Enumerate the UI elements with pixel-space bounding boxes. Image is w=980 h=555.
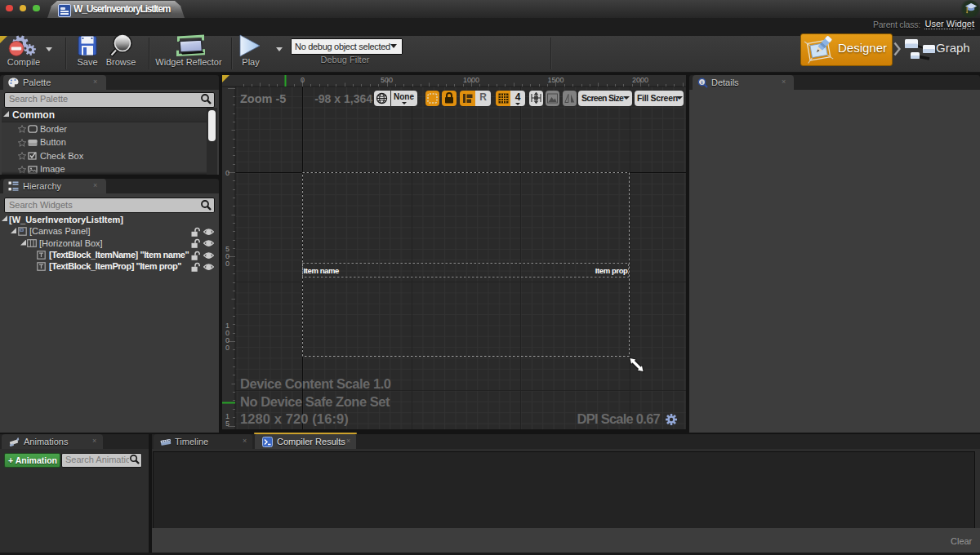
svg-text:0: 0 [301, 76, 305, 84]
svg-text:1500: 1500 [547, 76, 564, 84]
svg-text:5: 5 [225, 420, 229, 428]
svg-text:0: 0 [225, 260, 229, 268]
svg-text:i: i [702, 79, 703, 85]
svg-text:2000: 2000 [632, 76, 648, 84]
svg-text:1000: 1000 [463, 76, 479, 84]
svg-text:0: 0 [225, 344, 229, 352]
svg-text:500: 500 [381, 76, 393, 84]
svg-text:0: 0 [225, 169, 229, 177]
